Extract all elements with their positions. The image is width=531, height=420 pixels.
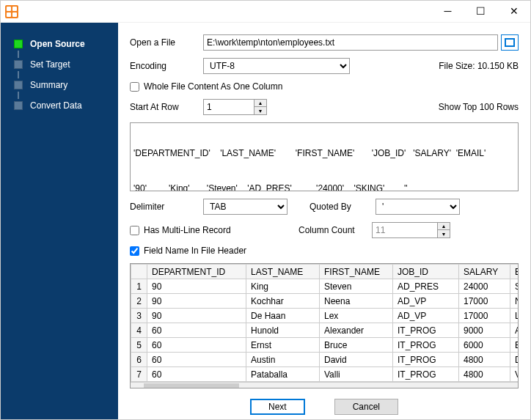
table-cell[interactable]: 17000	[459, 294, 510, 309]
table-cell[interactable]: 4800	[459, 353, 510, 367]
table-cell[interactable]: IT_PROG	[393, 338, 459, 353]
main-panel: Open a File Encoding UTF-8 File Size: 10…	[118, 23, 530, 419]
col-header[interactable]: DEPARTMENT_ID	[147, 265, 246, 279]
table-cell[interactable]: AD_VP	[393, 309, 459, 323]
table-cell[interactable]: De Haan	[246, 309, 320, 323]
horizontal-scrollbar[interactable]	[131, 382, 518, 388]
spinner-down-icon[interactable]: ▼	[254, 107, 266, 114]
cancel-button[interactable]: Cancel	[334, 399, 398, 415]
table-row[interactable]: 560ErnstBruceIT_PROG6000B	[131, 338, 519, 353]
step-indicator-icon	[14, 40, 23, 48]
table-cell[interactable]: B	[510, 338, 519, 353]
table-row[interactable]: 390De HaanLexAD_VP17000L	[131, 309, 519, 323]
table-row[interactable]: 660AustinDavidIT_PROG4800D	[131, 353, 519, 367]
multiline-checkbox[interactable]	[130, 226, 139, 235]
field-header-checkbox[interactable]	[130, 246, 139, 256]
table-cell[interactable]: David	[320, 353, 393, 367]
file-path-input[interactable]	[203, 34, 498, 51]
table-cell[interactable]: Neena	[320, 294, 393, 309]
scrollbar-thumb[interactable]	[144, 383, 239, 388]
row-number: 4	[131, 323, 147, 338]
quoted-by-label: Quoted By	[310, 202, 376, 212]
quoted-by-select[interactable]: '	[376, 199, 460, 215]
table-cell[interactable]: 24000	[459, 279, 510, 294]
spinner-buttons: ▲ ▼	[438, 222, 450, 238]
start-row-input[interactable]	[203, 99, 254, 115]
window-controls: ─ ☐ ✕	[431, 1, 530, 23]
body: Open Source Set Target Summary Convert D…	[1, 23, 530, 419]
sidebar-step-convert-data[interactable]: Convert Data	[1, 95, 118, 117]
close-button[interactable]: ✕	[497, 1, 530, 23]
step-indicator-icon	[14, 60, 23, 69]
table-cell[interactable]: 6000	[459, 338, 510, 353]
sidebar-step-set-target[interactable]: Set Target	[1, 54, 118, 75]
table-cell[interactable]: 60	[147, 367, 246, 382]
step-label: Set Target	[30, 59, 70, 70]
col-header[interactable]: FIRST_NAME	[320, 265, 393, 279]
table-row[interactable]: 760PataballaValliIT_PROG4800V	[131, 367, 519, 382]
table-cell[interactable]: 60	[147, 353, 246, 367]
encoding-select[interactable]: UTF-8	[203, 58, 350, 74]
table-cell[interactable]: Steven	[320, 279, 393, 294]
table-cell[interactable]: Pataballa	[246, 367, 320, 382]
column-count-label: Column Count	[299, 225, 372, 235]
table-cell[interactable]: IT_PROG	[393, 323, 459, 338]
table-cell[interactable]: 60	[147, 338, 246, 353]
table-cell[interactable]: IT_PROG	[393, 367, 459, 382]
whole-file-label: Whole File Content As One Column	[144, 81, 282, 92]
table-cell[interactable]: 90	[147, 309, 246, 323]
sidebar-step-open-source[interactable]: Open Source	[1, 33, 118, 55]
table-cell[interactable]: Alexander	[320, 323, 393, 338]
raw-line: 'DEPARTMENT_ID' 'LAST_NAME' 'FIRST_NAME'…	[133, 147, 515, 160]
table-cell[interactable]: 17000	[459, 309, 510, 323]
preview-table: DEPARTMENT_ID LAST_NAME FIRST_NAME JOB_I…	[131, 264, 519, 382]
step-indicator-icon	[14, 81, 23, 89]
table-cell[interactable]: Valli	[320, 367, 393, 382]
table-cell[interactable]: IT_PROG	[393, 353, 459, 367]
spinner-up-icon[interactable]: ▲	[254, 100, 266, 107]
row-number: 3	[131, 309, 147, 323]
delimiter-select[interactable]: TAB	[203, 199, 288, 215]
table-cell[interactable]: Ernst	[246, 338, 320, 353]
table-cell[interactable]: D	[510, 353, 519, 367]
table-cell[interactable]: S	[510, 279, 519, 294]
table-cell[interactable]: 90	[147, 279, 246, 294]
table-cell[interactable]: 60	[147, 323, 246, 338]
step-label: Open Source	[30, 39, 85, 49]
table-cell[interactable]: 9000	[459, 323, 510, 338]
minimize-button[interactable]: ─	[431, 1, 464, 23]
table-cell[interactable]: Lex	[320, 309, 393, 323]
table-cell[interactable]: Bruce	[320, 338, 393, 353]
sidebar-step-summary[interactable]: Summary	[1, 74, 118, 96]
open-file-label: Open a File	[130, 37, 203, 48]
table-cell[interactable]: A	[510, 323, 519, 338]
table-row[interactable]: 190KingStevenAD_PRES24000S	[131, 279, 519, 294]
raw-preview-box[interactable]: 'DEPARTMENT_ID' 'LAST_NAME' 'FIRST_NAME'…	[130, 122, 519, 191]
browse-button[interactable]	[501, 34, 519, 51]
table-cell[interactable]: AD_VP	[393, 294, 459, 309]
table-row[interactable]: 460HunoldAlexanderIT_PROG9000A	[131, 323, 519, 338]
spinner-buttons: ▲ ▼	[254, 99, 267, 115]
table-cell[interactable]: King	[246, 279, 320, 294]
maximize-button[interactable]: ☐	[464, 1, 497, 23]
col-header[interactable]: SALARY	[459, 265, 510, 279]
whole-file-checkbox[interactable]	[130, 82, 139, 92]
table-cell[interactable]: AD_PRES	[393, 279, 459, 294]
col-header[interactable]: LAST_NAME	[246, 265, 320, 279]
preview-table-wrap[interactable]: DEPARTMENT_ID LAST_NAME FIRST_NAME JOB_I…	[130, 263, 519, 388]
next-button[interactable]: Next	[250, 399, 305, 415]
table-cell[interactable]: N	[510, 294, 519, 309]
table-cell[interactable]: 90	[147, 294, 246, 309]
table-cell[interactable]: Kochhar	[246, 294, 320, 309]
table-row[interactable]: 290KochharNeenaAD_VP17000N	[131, 294, 519, 309]
delimiter-label: Delimiter	[130, 202, 203, 212]
table-cell[interactable]: V	[510, 367, 519, 382]
table-cell[interactable]: L	[510, 309, 519, 323]
open-file-row: Open a File	[130, 34, 519, 51]
table-cell[interactable]: Austin	[246, 353, 320, 367]
col-header[interactable]: E	[510, 265, 519, 279]
encoding-label: Encoding	[130, 61, 203, 71]
col-header[interactable]: JOB_ID	[393, 265, 459, 279]
table-cell[interactable]: Hunold	[246, 323, 320, 338]
table-cell[interactable]: 4800	[459, 367, 510, 382]
